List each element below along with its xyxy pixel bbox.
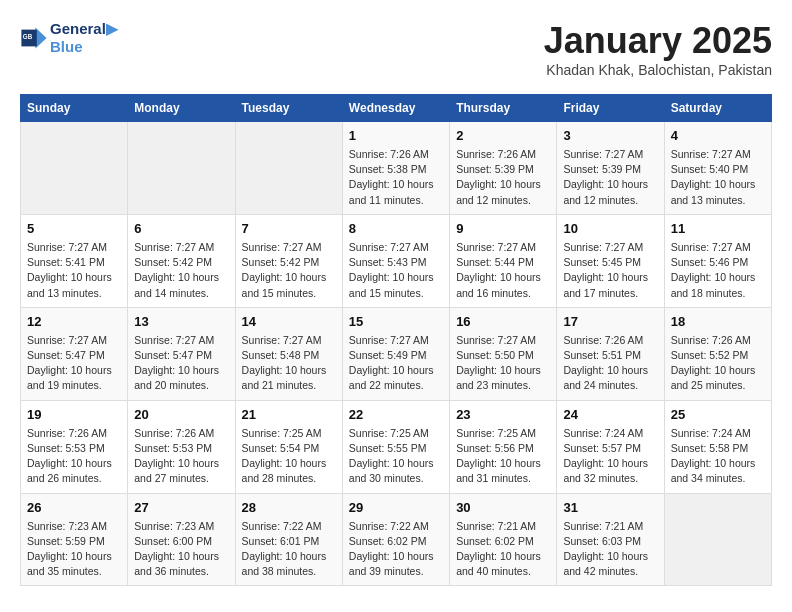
day-cell: 30Sunrise: 7:21 AMSunset: 6:02 PMDayligh… xyxy=(450,493,557,586)
day-number: 2 xyxy=(456,128,550,143)
day-cell: 20Sunrise: 7:26 AMSunset: 5:53 PMDayligh… xyxy=(128,400,235,493)
day-cell: 13Sunrise: 7:27 AMSunset: 5:47 PMDayligh… xyxy=(128,307,235,400)
day-cell xyxy=(21,122,128,215)
day-info: Sunrise: 7:25 AMSunset: 5:55 PMDaylight:… xyxy=(349,426,443,487)
month-title: January 2025 xyxy=(544,20,772,62)
day-number: 14 xyxy=(242,314,336,329)
title-block: January 2025 Khadan Khak, Balochistan, P… xyxy=(544,20,772,78)
day-number: 30 xyxy=(456,500,550,515)
day-number: 18 xyxy=(671,314,765,329)
day-cell: 26Sunrise: 7:23 AMSunset: 5:59 PMDayligh… xyxy=(21,493,128,586)
day-info: Sunrise: 7:26 AMSunset: 5:39 PMDaylight:… xyxy=(456,147,550,208)
week-row-3: 12Sunrise: 7:27 AMSunset: 5:47 PMDayligh… xyxy=(21,307,772,400)
day-cell xyxy=(235,122,342,215)
day-number: 22 xyxy=(349,407,443,422)
header-row: SundayMondayTuesdayWednesdayThursdayFrid… xyxy=(21,95,772,122)
day-cell: 18Sunrise: 7:26 AMSunset: 5:52 PMDayligh… xyxy=(664,307,771,400)
col-header-monday: Monday xyxy=(128,95,235,122)
day-info: Sunrise: 7:27 AMSunset: 5:44 PMDaylight:… xyxy=(456,240,550,301)
day-cell: 9Sunrise: 7:27 AMSunset: 5:44 PMDaylight… xyxy=(450,214,557,307)
day-number: 3 xyxy=(563,128,657,143)
day-number: 12 xyxy=(27,314,121,329)
day-info: Sunrise: 7:26 AMSunset: 5:38 PMDaylight:… xyxy=(349,147,443,208)
svg-text:GB: GB xyxy=(23,33,33,40)
day-info: Sunrise: 7:27 AMSunset: 5:47 PMDaylight:… xyxy=(134,333,228,394)
col-header-tuesday: Tuesday xyxy=(235,95,342,122)
week-row-2: 5Sunrise: 7:27 AMSunset: 5:41 PMDaylight… xyxy=(21,214,772,307)
day-number: 23 xyxy=(456,407,550,422)
day-cell: 7Sunrise: 7:27 AMSunset: 5:42 PMDaylight… xyxy=(235,214,342,307)
day-info: Sunrise: 7:27 AMSunset: 5:42 PMDaylight:… xyxy=(134,240,228,301)
day-info: Sunrise: 7:23 AMSunset: 6:00 PMDaylight:… xyxy=(134,519,228,580)
day-cell: 5Sunrise: 7:27 AMSunset: 5:41 PMDaylight… xyxy=(21,214,128,307)
day-cell: 14Sunrise: 7:27 AMSunset: 5:48 PMDayligh… xyxy=(235,307,342,400)
day-number: 11 xyxy=(671,221,765,236)
day-info: Sunrise: 7:27 AMSunset: 5:46 PMDaylight:… xyxy=(671,240,765,301)
day-number: 16 xyxy=(456,314,550,329)
day-number: 20 xyxy=(134,407,228,422)
logo-icon: GB xyxy=(20,24,48,52)
col-header-thursday: Thursday xyxy=(450,95,557,122)
day-number: 31 xyxy=(563,500,657,515)
day-number: 5 xyxy=(27,221,121,236)
day-info: Sunrise: 7:27 AMSunset: 5:49 PMDaylight:… xyxy=(349,333,443,394)
day-cell: 17Sunrise: 7:26 AMSunset: 5:51 PMDayligh… xyxy=(557,307,664,400)
day-info: Sunrise: 7:27 AMSunset: 5:41 PMDaylight:… xyxy=(27,240,121,301)
day-info: Sunrise: 7:27 AMSunset: 5:48 PMDaylight:… xyxy=(242,333,336,394)
day-cell: 27Sunrise: 7:23 AMSunset: 6:00 PMDayligh… xyxy=(128,493,235,586)
day-number: 19 xyxy=(27,407,121,422)
day-info: Sunrise: 7:21 AMSunset: 6:02 PMDaylight:… xyxy=(456,519,550,580)
day-cell: 10Sunrise: 7:27 AMSunset: 5:45 PMDayligh… xyxy=(557,214,664,307)
logo-text: General▶ xyxy=(50,20,118,38)
day-info: Sunrise: 7:23 AMSunset: 5:59 PMDaylight:… xyxy=(27,519,121,580)
day-cell: 22Sunrise: 7:25 AMSunset: 5:55 PMDayligh… xyxy=(342,400,449,493)
day-number: 7 xyxy=(242,221,336,236)
day-number: 21 xyxy=(242,407,336,422)
day-number: 24 xyxy=(563,407,657,422)
week-row-4: 19Sunrise: 7:26 AMSunset: 5:53 PMDayligh… xyxy=(21,400,772,493)
day-number: 26 xyxy=(27,500,121,515)
day-cell: 31Sunrise: 7:21 AMSunset: 6:03 PMDayligh… xyxy=(557,493,664,586)
day-number: 6 xyxy=(134,221,228,236)
col-header-wednesday: Wednesday xyxy=(342,95,449,122)
day-info: Sunrise: 7:26 AMSunset: 5:53 PMDaylight:… xyxy=(134,426,228,487)
day-cell: 11Sunrise: 7:27 AMSunset: 5:46 PMDayligh… xyxy=(664,214,771,307)
day-info: Sunrise: 7:27 AMSunset: 5:40 PMDaylight:… xyxy=(671,147,765,208)
day-number: 17 xyxy=(563,314,657,329)
day-info: Sunrise: 7:27 AMSunset: 5:43 PMDaylight:… xyxy=(349,240,443,301)
col-header-sunday: Sunday xyxy=(21,95,128,122)
day-cell: 25Sunrise: 7:24 AMSunset: 5:58 PMDayligh… xyxy=(664,400,771,493)
day-cell: 28Sunrise: 7:22 AMSunset: 6:01 PMDayligh… xyxy=(235,493,342,586)
location: Khadan Khak, Balochistan, Pakistan xyxy=(544,62,772,78)
day-number: 15 xyxy=(349,314,443,329)
logo: GB General▶ Blue xyxy=(20,20,118,55)
day-info: Sunrise: 7:25 AMSunset: 5:56 PMDaylight:… xyxy=(456,426,550,487)
day-number: 9 xyxy=(456,221,550,236)
week-row-5: 26Sunrise: 7:23 AMSunset: 5:59 PMDayligh… xyxy=(21,493,772,586)
day-cell: 2Sunrise: 7:26 AMSunset: 5:39 PMDaylight… xyxy=(450,122,557,215)
day-info: Sunrise: 7:26 AMSunset: 5:52 PMDaylight:… xyxy=(671,333,765,394)
day-info: Sunrise: 7:24 AMSunset: 5:58 PMDaylight:… xyxy=(671,426,765,487)
day-number: 29 xyxy=(349,500,443,515)
day-info: Sunrise: 7:26 AMSunset: 5:53 PMDaylight:… xyxy=(27,426,121,487)
calendar-table: SundayMondayTuesdayWednesdayThursdayFrid… xyxy=(20,94,772,586)
day-info: Sunrise: 7:25 AMSunset: 5:54 PMDaylight:… xyxy=(242,426,336,487)
day-cell: 3Sunrise: 7:27 AMSunset: 5:39 PMDaylight… xyxy=(557,122,664,215)
day-number: 4 xyxy=(671,128,765,143)
day-cell: 21Sunrise: 7:25 AMSunset: 5:54 PMDayligh… xyxy=(235,400,342,493)
day-number: 13 xyxy=(134,314,228,329)
day-cell: 23Sunrise: 7:25 AMSunset: 5:56 PMDayligh… xyxy=(450,400,557,493)
day-info: Sunrise: 7:22 AMSunset: 6:02 PMDaylight:… xyxy=(349,519,443,580)
day-cell: 15Sunrise: 7:27 AMSunset: 5:49 PMDayligh… xyxy=(342,307,449,400)
page-header: GB General▶ Blue January 2025 Khadan Kha… xyxy=(20,20,772,78)
day-info: Sunrise: 7:27 AMSunset: 5:50 PMDaylight:… xyxy=(456,333,550,394)
day-cell: 1Sunrise: 7:26 AMSunset: 5:38 PMDaylight… xyxy=(342,122,449,215)
day-number: 28 xyxy=(242,500,336,515)
day-cell: 8Sunrise: 7:27 AMSunset: 5:43 PMDaylight… xyxy=(342,214,449,307)
col-header-friday: Friday xyxy=(557,95,664,122)
day-info: Sunrise: 7:27 AMSunset: 5:39 PMDaylight:… xyxy=(563,147,657,208)
day-cell xyxy=(664,493,771,586)
day-info: Sunrise: 7:24 AMSunset: 5:57 PMDaylight:… xyxy=(563,426,657,487)
day-cell: 12Sunrise: 7:27 AMSunset: 5:47 PMDayligh… xyxy=(21,307,128,400)
day-cell xyxy=(128,122,235,215)
